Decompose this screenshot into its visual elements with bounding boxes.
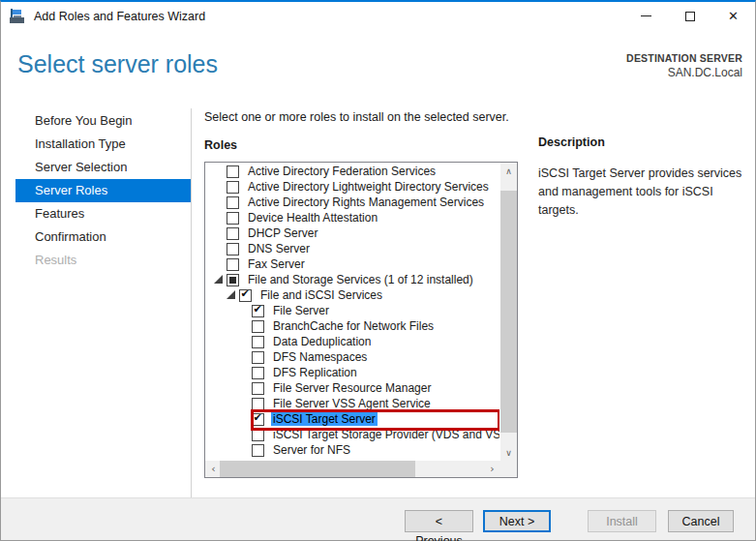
checkbox-unchecked[interactable] bbox=[252, 351, 264, 364]
tree-row[interactable]: File and Storage Services (1 of 12 insta… bbox=[206, 272, 499, 287]
install-button: Install bbox=[588, 510, 656, 532]
checkbox-unchecked[interactable] bbox=[227, 196, 239, 209]
sidebar-item-confirmation[interactable]: Confirmation bbox=[15, 225, 191, 249]
vertical-scrollbar[interactable]: ∧ ∨ bbox=[500, 163, 517, 461]
close-button[interactable]: ✕ bbox=[711, 2, 755, 30]
tree-item-label[interactable]: Data Deduplication bbox=[271, 335, 373, 348]
tree-row[interactable]: Fax Server bbox=[206, 256, 499, 272]
tree-item-label[interactable]: iSCSI Target Storage Provider (VDS and V… bbox=[271, 428, 499, 441]
tree-item-label[interactable]: Active Directory Lightweight Directory S… bbox=[246, 180, 491, 194]
checkbox-partial[interactable] bbox=[227, 274, 239, 286]
tree-item-label[interactable]: iSCSI Target Server bbox=[271, 412, 378, 426]
scroll-right-icon[interactable]: › bbox=[484, 461, 500, 477]
cancel-button[interactable]: Cancel bbox=[668, 510, 734, 532]
tree-row[interactable]: Active Directory Lightweight Directory S… bbox=[206, 179, 499, 195]
sidebar-item-before-you-begin[interactable]: Before You Begin bbox=[15, 109, 191, 133]
tree-row[interactable]: iSCSI Target Server bbox=[206, 411, 499, 427]
minimize-button[interactable] bbox=[624, 2, 668, 30]
title-bar: Add Roles and Features Wizard ✕ bbox=[1, 2, 755, 31]
checkbox-unchecked[interactable] bbox=[252, 429, 264, 441]
horizontal-scroll-thumb[interactable] bbox=[220, 461, 415, 477]
checkbox-unchecked[interactable] bbox=[227, 212, 239, 225]
tree-item-label[interactable]: Device Health Attestation bbox=[246, 211, 379, 225]
tree-item-label[interactable]: File Server Resource Manager bbox=[271, 381, 433, 395]
checkbox-unchecked[interactable] bbox=[227, 165, 239, 178]
checkbox-unchecked[interactable] bbox=[252, 444, 264, 457]
checkbox-checked[interactable] bbox=[252, 305, 264, 317]
window-controls: ✕ bbox=[624, 2, 755, 30]
tree-row[interactable]: DHCP Server bbox=[206, 225, 499, 241]
checkbox-unchecked[interactable] bbox=[227, 243, 239, 255]
tree-item-label[interactable]: DFS Namespaces bbox=[271, 350, 369, 364]
tree-row[interactable]: iSCSI Target Storage Provider (VDS and V… bbox=[206, 427, 499, 442]
app-toolbox-icon bbox=[10, 9, 25, 24]
tree-row[interactable]: DFS Namespaces bbox=[206, 349, 499, 365]
wizard-footer: < PreviousNext >InstallCancel bbox=[1, 497, 755, 540]
tree-row[interactable]: Server for NFS bbox=[206, 442, 499, 458]
wizard-window: Add Roles and Features Wizard ✕ Select s… bbox=[0, 0, 756, 541]
sidebar-item-server-roles[interactable]: Server Roles bbox=[15, 179, 191, 202]
tree-item-label[interactable]: Server for NFS bbox=[271, 443, 352, 457]
tree-row[interactable]: DFS Replication bbox=[206, 365, 499, 380]
description-panel: Description iSCSI Target Server provides… bbox=[538, 135, 747, 220]
scrollbar-corner bbox=[500, 461, 517, 477]
tree-row[interactable]: File and iSCSI Services bbox=[206, 287, 499, 303]
roles-tree: Active Directory Federation ServicesActi… bbox=[206, 164, 499, 460]
maximize-button[interactable] bbox=[668, 2, 711, 30]
scroll-up-icon[interactable]: ∧ bbox=[500, 163, 517, 179]
tree-item-label[interactable]: Active Directory Federation Services bbox=[246, 165, 438, 178]
page-title: Select server roles bbox=[17, 50, 218, 78]
tree-item-label[interactable]: File Server VSS Agent Service bbox=[271, 397, 433, 410]
checkbox-unchecked[interactable] bbox=[227, 227, 239, 240]
checkbox-unchecked[interactable] bbox=[252, 320, 264, 333]
tree-row[interactable]: Active Directory Federation Services bbox=[206, 164, 499, 179]
checkbox-checked[interactable] bbox=[252, 413, 264, 426]
tree-row[interactable]: Active Directory Rights Management Servi… bbox=[206, 195, 499, 210]
roles-heading: Roles bbox=[204, 138, 237, 152]
tree-row[interactable]: BranchCache for Network Files bbox=[206, 318, 499, 334]
close-icon: ✕ bbox=[728, 10, 739, 22]
previous-button[interactable]: < Previous bbox=[405, 510, 473, 532]
checkbox-unchecked[interactable] bbox=[252, 367, 264, 379]
sidebar-divider bbox=[191, 108, 192, 500]
tree-row[interactable]: File Server Resource Manager bbox=[206, 380, 499, 396]
horizontal-scrollbar[interactable]: ‹ › bbox=[205, 461, 500, 477]
tree-item-label[interactable]: DFS Replication bbox=[271, 366, 359, 379]
tree-row[interactable]: DNS Server bbox=[206, 241, 499, 256]
destination-server-block: DESTINATION SERVER SAN.DC.Local bbox=[626, 52, 742, 79]
tree-item-label[interactable]: Fax Server bbox=[246, 257, 307, 271]
checkbox-unchecked[interactable] bbox=[252, 336, 264, 348]
expand-collapse-icon[interactable] bbox=[227, 290, 235, 299]
tree-item-label[interactable]: DNS Server bbox=[246, 242, 312, 255]
maximize-icon bbox=[685, 12, 695, 21]
sidebar-item-features[interactable]: Features bbox=[15, 202, 191, 225]
checkbox-checked[interactable] bbox=[239, 289, 252, 302]
instruction-text: Select one or more roles to install on t… bbox=[204, 110, 509, 124]
scroll-down-icon[interactable]: ∨ bbox=[500, 444, 517, 461]
sidebar-item-results: Results bbox=[15, 249, 191, 272]
next-button[interactable]: Next > bbox=[483, 510, 551, 532]
tree-item-label[interactable]: BranchCache for Network Files bbox=[271, 319, 436, 333]
tree-item-label[interactable]: File and Storage Services (1 of 12 insta… bbox=[246, 273, 475, 286]
checkbox-unchecked[interactable] bbox=[252, 382, 264, 395]
window-title: Add Roles and Features Wizard bbox=[34, 10, 205, 23]
tree-row[interactable]: File Server bbox=[206, 303, 499, 318]
sidebar-item-server-selection[interactable]: Server Selection bbox=[15, 156, 191, 179]
expand-collapse-icon[interactable] bbox=[214, 275, 223, 284]
vertical-scroll-thumb[interactable] bbox=[500, 191, 517, 433]
tree-item-label[interactable]: DHCP Server bbox=[246, 226, 319, 240]
sidebar-item-installation-type[interactable]: Installation Type bbox=[15, 133, 191, 156]
checkbox-unchecked[interactable] bbox=[227, 181, 239, 194]
tree-row[interactable]: File Server VSS Agent Service bbox=[206, 396, 499, 411]
roles-listbox: Active Directory Federation ServicesActi… bbox=[204, 162, 518, 478]
tree-item-label[interactable]: File and iSCSI Services bbox=[258, 288, 384, 302]
destination-server-value: SAN.DC.Local bbox=[626, 66, 742, 79]
tree-row[interactable]: Data Deduplication bbox=[206, 334, 499, 349]
description-heading: Description bbox=[538, 135, 747, 149]
tree-item-label[interactable]: File Server bbox=[271, 304, 331, 317]
tree-item-label[interactable]: Active Directory Rights Management Servi… bbox=[246, 195, 486, 209]
checkbox-unchecked[interactable] bbox=[227, 258, 239, 271]
tree-row[interactable]: Device Health Attestation bbox=[206, 210, 499, 225]
checkbox-unchecked[interactable] bbox=[252, 398, 264, 410]
wizard-steps-sidebar: Before You BeginInstallation TypeServer … bbox=[15, 109, 191, 272]
